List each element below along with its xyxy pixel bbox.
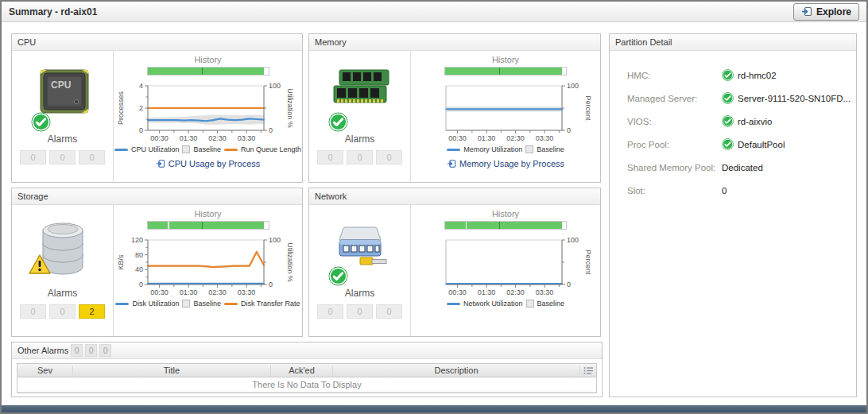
- svg-text:40: 40: [135, 265, 143, 273]
- table-options-icon[interactable]: [580, 366, 596, 375]
- alarm-count-fatal[interactable]: 0: [20, 304, 46, 319]
- alarm-count-warning[interactable]: 2: [79, 304, 105, 319]
- other-alarms-table-header: Sev Title Ack'ed Description: [17, 364, 596, 377]
- network-chart[interactable]: 0100Percent00:3001:3002:3003:30: [412, 235, 600, 299]
- svg-text:01:30: 01:30: [477, 134, 495, 142]
- history-segment: [148, 222, 169, 229]
- history-tick: [202, 222, 203, 229]
- alarm-count-critical[interactable]: 0: [347, 304, 373, 319]
- partition-value-text: Dedicated: [722, 163, 763, 172]
- alarm-count-fatal[interactable]: 0: [317, 150, 343, 164]
- partition-value-text: 0: [722, 186, 727, 195]
- title-bar: Summary - rd-aix01 Explore: [2, 2, 866, 22]
- memory-panel-title: Memory: [315, 37, 347, 47]
- svg-text:0: 0: [567, 281, 571, 288]
- alarm-count-warning[interactable]: 0: [79, 150, 105, 164]
- cpu-usage-by-process-link[interactable]: CPU Usage by Process: [156, 159, 261, 168]
- network-panel: Network: [308, 188, 601, 337]
- column-header-sev[interactable]: Sev: [17, 366, 73, 375]
- partition-value-text: DefaultPool: [738, 140, 785, 149]
- column-header-title[interactable]: Title: [73, 366, 271, 375]
- storage-metrics-column: History 04080120KB/s0100Utilization %00:…: [114, 205, 302, 336]
- svg-text:00:30: 00:30: [150, 288, 169, 296]
- svg-text:100: 100: [269, 236, 281, 244]
- partition-value-text: rd-aixvio: [738, 117, 772, 126]
- green-check-icon: [722, 69, 734, 81]
- explore-button[interactable]: Explore: [793, 3, 859, 21]
- partition-row-value[interactable]: DefaultPool: [722, 138, 785, 150]
- other-alarms-count[interactable]: 0: [85, 344, 97, 357]
- partition-detail-header: Partition Detail: [610, 34, 856, 51]
- empty-table-message: There Is No Data To Display: [17, 377, 596, 393]
- partition-row: VIOS:rd-aixvio: [627, 110, 856, 133]
- cpu-chip-art: CPU: [32, 65, 94, 119]
- partition-detail-rows: HMC:rd-hmc02Managed Server:Server-9111-5…: [610, 51, 856, 202]
- legend-swatch: [224, 303, 238, 305]
- green-check-icon: [722, 92, 734, 104]
- alarm-count-warning[interactable]: 0: [376, 150, 402, 164]
- alarm-count-warning[interactable]: 0: [376, 304, 402, 319]
- cpu-alarm-counts: 000: [20, 150, 105, 164]
- legend-swatch: [224, 149, 238, 151]
- cpu-panel: CPU CPU: [11, 33, 303, 183]
- alarm-count-fatal[interactable]: 0: [20, 150, 46, 164]
- memory-history-bar[interactable]: [444, 67, 567, 75]
- alarms-label: Alarms: [345, 133, 374, 145]
- network-history-bar[interactable]: [444, 221, 567, 230]
- partition-row-value[interactable]: Server-9111-520-SN10FD...: [722, 92, 851, 104]
- legend-label: Baseline: [537, 300, 565, 308]
- storage-panel: Storage A: [11, 188, 303, 337]
- partition-row: HMC:rd-hmc02: [627, 64, 856, 87]
- cpu-chip-icon: CPU: [26, 65, 99, 130]
- legend-swatch: [525, 145, 533, 153]
- cpu-chart[interactable]: 024Processes0100Utilization %00:3001:300…: [114, 81, 302, 145]
- svg-text:0: 0: [567, 126, 571, 134]
- alarm-count-critical[interactable]: 0: [49, 304, 76, 319]
- history-tick: [499, 68, 500, 75]
- window-bottom-edge: [2, 405, 866, 412]
- memory-legend: Memory UtilizationBaseline: [447, 145, 564, 153]
- partition-row: Slot:0: [627, 179, 856, 202]
- storage-panel-header: Storage: [12, 188, 302, 205]
- alarm-count-critical[interactable]: 0: [347, 150, 373, 164]
- memory-panel-header: Memory: [309, 34, 600, 51]
- network-legend: Network UtilizationBaseline: [447, 300, 564, 308]
- cpu-panel-header: CPU: [12, 34, 302, 51]
- partition-row-label: Shared Memory Pool:: [627, 163, 722, 172]
- partition-row: Shared Memory Pool:Dedicated: [627, 156, 856, 179]
- memory-usage-by-process-link[interactable]: Memory Usage by Process: [447, 159, 564, 168]
- drilldown-icon: [156, 159, 165, 168]
- partition-row-value[interactable]: rd-hmc02: [722, 69, 777, 81]
- column-header-description[interactable]: Description: [333, 366, 580, 375]
- svg-text:03:30: 03:30: [535, 134, 553, 142]
- column-header-acked[interactable]: Ack'ed: [271, 366, 333, 375]
- network-metrics-column: History 0100Percent00:3001:3002:3003:30 …: [411, 205, 600, 336]
- storage-chart[interactable]: 04080120KB/s0100Utilization %00:3001:300…: [114, 235, 302, 299]
- storage-disk-icon: [26, 219, 99, 284]
- partition-row-label: VIOS:: [627, 117, 722, 126]
- svg-text:03:30: 03:30: [238, 134, 256, 142]
- svg-text:00:30: 00:30: [448, 134, 467, 142]
- memory-ram-icon: [324, 65, 397, 130]
- cpu-history-bar[interactable]: [147, 67, 269, 75]
- other-alarms-count[interactable]: 0: [99, 344, 111, 357]
- alarm-count-critical[interactable]: 0: [49, 150, 76, 164]
- network-panel-title: Network: [315, 192, 347, 201]
- explore-icon: [801, 6, 812, 17]
- other-alarms-title: Other Alarms: [17, 346, 68, 355]
- history-segment: [467, 222, 561, 229]
- explore-button-label: Explore: [816, 6, 851, 17]
- other-alarms-count[interactable]: 0: [71, 344, 83, 357]
- svg-text:00:30: 00:30: [448, 288, 467, 296]
- memory-chart[interactable]: 0100Percent00:3001:3002:3003:30: [412, 81, 600, 145]
- legend-swatch: [182, 300, 190, 308]
- legend-label: Memory Utilization: [463, 145, 522, 153]
- drilldown-icon: [447, 159, 456, 168]
- warning-triangle-icon: [28, 253, 52, 275]
- storage-legend: Disk UtilizationBaselineDisk Transfer Ra…: [115, 300, 300, 308]
- green-check-icon: [328, 112, 348, 132]
- partition-row-value[interactable]: rd-aixvio: [722, 115, 772, 127]
- svg-text:120: 120: [131, 236, 143, 244]
- alarm-count-fatal[interactable]: 0: [317, 304, 343, 319]
- storage-history-bar[interactable]: [147, 221, 269, 230]
